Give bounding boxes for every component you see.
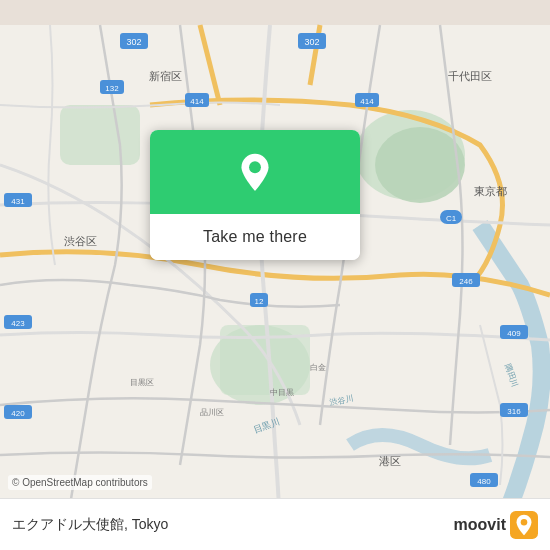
moovit-text: moovit [454,516,506,534]
svg-rect-3 [60,105,140,165]
svg-text:414: 414 [190,97,204,106]
svg-text:渋谷区: 渋谷区 [64,235,97,247]
map-pin-icon [233,152,277,196]
svg-point-50 [249,161,261,173]
map-container: 302 302 414 414 C1 246 409 431 132 4 423… [0,0,550,550]
map-pin-area [150,130,360,214]
location-card: Take me there [150,130,360,260]
svg-text:409: 409 [507,329,521,338]
svg-text:316: 316 [507,407,521,416]
svg-text:白金: 白金 [310,363,326,372]
svg-text:420: 420 [11,409,25,418]
svg-text:302: 302 [304,37,319,47]
svg-text:414: 414 [360,97,374,106]
svg-text:302: 302 [126,37,141,47]
svg-text:千代田区: 千代田区 [448,70,492,82]
moovit-logo: moovit [454,511,538,539]
map-background: 302 302 414 414 C1 246 409 431 132 4 423… [0,0,550,550]
svg-text:12: 12 [255,297,264,306]
svg-text:423: 423 [11,319,25,328]
svg-text:目黒区: 目黒区 [130,378,154,387]
svg-text:431: 431 [11,197,25,206]
svg-point-52 [521,518,528,525]
moovit-pin-logo [510,511,538,539]
osm-attribution: © OpenStreetMap contributors [8,475,152,490]
svg-text:480: 480 [477,477,491,486]
take-me-there-button[interactable]: Take me there [150,214,360,260]
svg-text:港区: 港区 [379,455,401,467]
svg-text:246: 246 [459,277,473,286]
svg-text:東京都: 東京都 [474,185,507,197]
svg-text:新宿区: 新宿区 [149,70,182,82]
svg-text:中目黒: 中目黒 [270,388,294,397]
place-name: エクアドル大使館, Tokyo [12,516,168,534]
svg-text:132: 132 [105,84,119,93]
svg-text:品川区: 品川区 [200,408,224,417]
svg-point-2 [375,127,465,203]
bottom-bar: エクアドル大使館, Tokyo moovit [0,498,550,550]
svg-text:C1: C1 [446,214,457,223]
